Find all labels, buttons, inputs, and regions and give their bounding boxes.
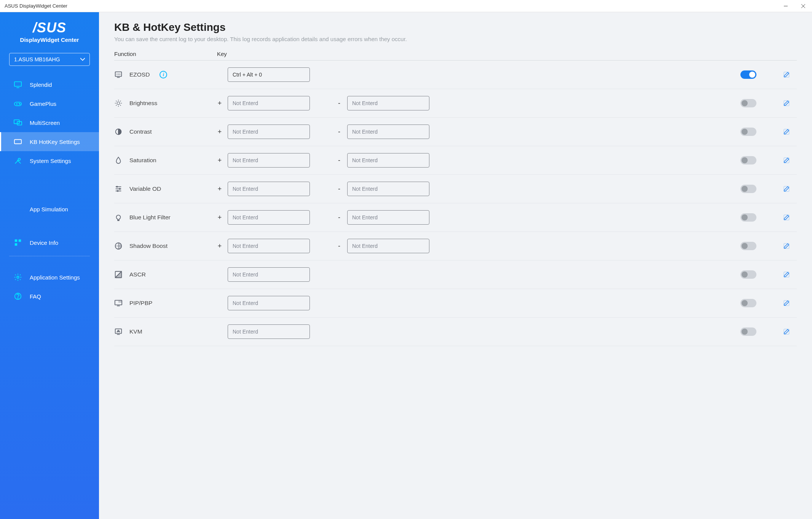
hotkey-row: Shadow Boost+- [114, 232, 797, 260]
hotkey-input-plus[interactable] [228, 96, 310, 110]
row-controls [740, 270, 797, 279]
function-icon [114, 128, 123, 136]
window-title: ASUS DisplayWidget Center [5, 3, 67, 9]
minimize-button[interactable] [777, 0, 794, 12]
edit-icon[interactable] [783, 71, 790, 78]
grid-icon [14, 238, 22, 247]
hotkey-row: Brightness+- [114, 89, 797, 118]
hotkey-input-minus[interactable] [347, 182, 429, 196]
hotkey-input-plus[interactable] [228, 125, 310, 139]
row-function: Variable OD [114, 185, 217, 193]
hotkey-input-plus[interactable] [228, 210, 310, 225]
row-function: ASCR [114, 270, 217, 279]
edit-icon[interactable] [783, 214, 790, 221]
hotkey-input-plus[interactable] [228, 153, 310, 168]
sidebar-item-label: App Simulation [30, 206, 68, 212]
row-controls [740, 327, 797, 336]
hotkey-input-minus[interactable] [347, 153, 429, 168]
titlebar-controls [777, 0, 812, 12]
row-controls [740, 213, 797, 222]
toggle-switch[interactable] [740, 185, 756, 193]
sidebar-item-app-simulation[interactable]: App Simulation [0, 201, 99, 218]
edit-icon[interactable] [783, 157, 790, 164]
hotkey-row: Saturation+- [114, 146, 797, 175]
sidebar-item-kb-hotkey[interactable]: KB HotKey Settings [0, 132, 99, 151]
sidebar-item-system-settings[interactable]: System Settings [0, 151, 99, 170]
edit-icon[interactable] [783, 300, 790, 307]
svg-rect-16 [15, 243, 17, 246]
function-icon [114, 242, 123, 250]
hotkey-input-minus[interactable] [347, 210, 429, 225]
minus-sign: - [337, 99, 342, 107]
row-controls [740, 185, 797, 193]
svg-rect-14 [15, 240, 17, 242]
edit-icon[interactable] [783, 328, 790, 335]
svg-point-13 [18, 158, 20, 161]
sidebar-item-splendid[interactable]: Splendid [0, 75, 99, 94]
row-function: Contrast [114, 128, 217, 136]
edit-icon[interactable] [783, 100, 790, 107]
device-select[interactable]: 1.ASUS MB16AHG [9, 53, 90, 66]
row-keys [217, 324, 740, 339]
toggle-switch[interactable] [740, 270, 756, 279]
svg-point-41 [119, 188, 120, 190]
toggle-switch[interactable] [740, 156, 756, 164]
function-icon [114, 327, 123, 336]
sidebar-item-gameplus[interactable]: GamePlus [0, 94, 99, 113]
minus-sign: - [337, 214, 342, 222]
sidebar-item-device-info[interactable]: Device Info [0, 233, 99, 252]
rows-container: OSDEZOSDiBrightness+-Contrast+-Saturatio… [114, 61, 797, 346]
sidebar-item-label: Application Settings [30, 274, 80, 281]
toggle-switch[interactable] [740, 128, 756, 136]
logo-subtitle: DisplayWidget Center [8, 37, 91, 43]
function-label: KVM [129, 328, 142, 335]
sidebar-item-multiscreen[interactable]: MultiScreen [0, 113, 99, 132]
hotkey-input-minus[interactable] [347, 96, 429, 110]
edit-icon[interactable] [783, 185, 790, 192]
toggle-switch[interactable] [740, 70, 756, 79]
toggle-switch[interactable] [740, 242, 756, 250]
row-keys: +- [217, 96, 740, 110]
gear-icon [14, 273, 22, 281]
svg-text:OSD: OSD [116, 73, 121, 75]
sidebar-item-faq[interactable]: FAQ [0, 287, 99, 306]
sidebar-item-label: FAQ [30, 293, 41, 300]
function-icon [114, 270, 123, 279]
hotkey-input-minus[interactable] [347, 239, 429, 253]
row-function: PIP/PBP [114, 299, 217, 307]
hotkey-row: ASCR [114, 260, 797, 289]
close-button[interactable] [794, 0, 812, 12]
row-keys: +- [217, 125, 740, 139]
sidebar-item-label: GamePlus [30, 101, 56, 107]
info-icon[interactable]: i [160, 71, 167, 78]
row-keys: +- [217, 210, 740, 225]
hotkey-input[interactable] [228, 324, 310, 339]
function-label: Contrast [129, 128, 152, 135]
toggle-switch[interactable] [740, 327, 756, 336]
sidebar-item-application-settings[interactable]: Application Settings [0, 268, 99, 287]
edit-icon[interactable] [783, 271, 790, 278]
hotkey-input[interactable] [228, 296, 310, 310]
svg-rect-12 [14, 140, 21, 144]
hotkey-input[interactable] [228, 267, 310, 282]
hotkey-input-minus[interactable] [347, 125, 429, 139]
row-function: Saturation [114, 156, 217, 164]
plus-sign: + [217, 99, 222, 107]
toggle-switch[interactable] [740, 299, 756, 307]
edit-icon[interactable] [783, 128, 790, 135]
row-keys: +- [217, 182, 740, 196]
hotkey-input-plus[interactable] [228, 182, 310, 196]
hotkey-row: Contrast+- [114, 118, 797, 146]
hotkey-input-plus[interactable] [228, 239, 310, 253]
hotkey-input[interactable] [228, 67, 310, 82]
row-function: Shadow Boost [114, 242, 217, 250]
row-function: Brightness [114, 99, 217, 107]
edit-icon[interactable] [783, 243, 790, 249]
row-function: Blue Light Filter [114, 213, 217, 222]
function-label: Saturation [129, 157, 156, 164]
svg-rect-15 [19, 240, 21, 242]
toggle-switch[interactable] [740, 99, 756, 107]
svg-line-31 [116, 105, 117, 106]
plus-sign: + [217, 156, 222, 164]
toggle-switch[interactable] [740, 213, 756, 222]
